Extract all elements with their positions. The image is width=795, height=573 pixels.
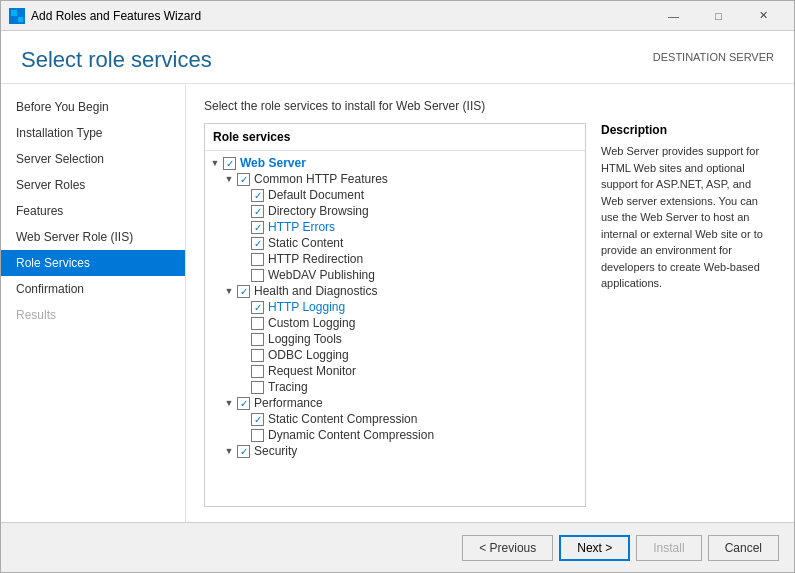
svg-rect-0 [11, 10, 17, 16]
tree-item-http-redirect[interactable]: HTTP Redirection [205, 251, 585, 267]
checkbox-request-monitor[interactable] [251, 365, 264, 378]
sidebar-item-role-services[interactable]: Role Services [1, 250, 185, 276]
checkbox-http-logging[interactable]: ✓ [251, 301, 264, 314]
role-services-header: Role services [205, 124, 585, 151]
tree-item-request-monitor[interactable]: Request Monitor [205, 363, 585, 379]
tree-item-static-content[interactable]: ✓ Static Content [205, 235, 585, 251]
tree-item-performance[interactable]: ▼ ✓ Performance [205, 395, 585, 411]
window-controls: — □ ✕ [651, 1, 786, 31]
page-title: Select role services [21, 47, 212, 73]
checkbox-dynamic-compression[interactable] [251, 429, 264, 442]
svg-rect-3 [18, 17, 23, 22]
label-logging-tools: Logging Tools [268, 332, 342, 346]
title-bar: Add Roles and Features Wizard — □ ✕ [1, 1, 794, 31]
tree-item-http-errors[interactable]: ✓ HTTP Errors [205, 219, 585, 235]
expand-icon-common-http[interactable]: ▼ [223, 173, 235, 185]
expand-icon-security[interactable]: ▼ [223, 445, 235, 457]
label-odbc-logging: ODBC Logging [268, 348, 349, 362]
previous-button[interactable]: < Previous [462, 535, 553, 561]
tree-item-webdav[interactable]: WebDAV Publishing [205, 267, 585, 283]
description-title: Description [601, 123, 776, 137]
checkbox-web-server[interactable]: ✓ [223, 157, 236, 170]
checkbox-performance[interactable]: ✓ [237, 397, 250, 410]
label-static-compression: Static Content Compression [268, 412, 417, 426]
label-http-redirect: HTTP Redirection [268, 252, 363, 266]
checkbox-static-content[interactable]: ✓ [251, 237, 264, 250]
checkbox-custom-logging[interactable] [251, 317, 264, 330]
sidebar-item-before-you-begin[interactable]: Before You Begin [1, 94, 185, 120]
sidebar-item-server-selection[interactable]: Server Selection [1, 146, 185, 172]
sidebar-item-features[interactable]: Features [1, 198, 185, 224]
checkbox-http-errors[interactable]: ✓ [251, 221, 264, 234]
tree-item-odbc-logging[interactable]: ODBC Logging [205, 347, 585, 363]
description-text: Web Server provides support for HTML Web… [601, 143, 776, 292]
label-common-http: Common HTTP Features [254, 172, 388, 186]
label-request-monitor: Request Monitor [268, 364, 356, 378]
checkbox-webdav[interactable] [251, 269, 264, 282]
label-performance: Performance [254, 396, 323, 410]
main-window: Add Roles and Features Wizard — □ ✕ Sele… [0, 0, 795, 573]
tree-item-security[interactable]: ▼ ✓ Security [205, 443, 585, 459]
label-http-logging: HTTP Logging [268, 300, 345, 314]
two-column-area: Role services ▼ ✓ Web Server ▼ [204, 123, 776, 507]
cancel-button[interactable]: Cancel [708, 535, 779, 561]
expand-icon-web-server[interactable]: ▼ [209, 157, 221, 169]
window-title: Add Roles and Features Wizard [31, 9, 651, 23]
minimize-button[interactable]: — [651, 1, 696, 31]
label-default-doc: Default Document [268, 188, 364, 202]
label-tracing: Tracing [268, 380, 308, 394]
svg-rect-1 [18, 10, 23, 15]
role-services-list[interactable]: ▼ ✓ Web Server ▼ ✓ Common HTTP Features [205, 151, 585, 506]
tree-item-health-diag[interactable]: ▼ ✓ Health and Diagnostics [205, 283, 585, 299]
destination-server-label: DESTINATION SERVER [653, 51, 774, 63]
main-area: Before You Begin Installation Type Serve… [1, 84, 794, 522]
install-button[interactable]: Install [636, 535, 701, 561]
maximize-button[interactable]: □ [696, 1, 741, 31]
checkbox-dir-browse[interactable]: ✓ [251, 205, 264, 218]
svg-rect-2 [11, 17, 16, 22]
label-web-server: Web Server [240, 156, 306, 170]
label-security: Security [254, 444, 297, 458]
tree-item-web-server[interactable]: ▼ ✓ Web Server [205, 155, 585, 171]
sidebar-item-results[interactable]: Results [1, 302, 185, 328]
tree-item-http-logging[interactable]: ✓ HTTP Logging [205, 299, 585, 315]
checkbox-health-diag[interactable]: ✓ [237, 285, 250, 298]
label-custom-logging: Custom Logging [268, 316, 355, 330]
label-dynamic-compression: Dynamic Content Compression [268, 428, 434, 442]
expand-icon-health-diag[interactable]: ▼ [223, 285, 235, 297]
instruction-text: Select the role services to install for … [204, 99, 776, 113]
checkbox-logging-tools[interactable] [251, 333, 264, 346]
label-health-diag: Health and Diagnostics [254, 284, 377, 298]
page-header: Select role services DESTINATION SERVER [1, 31, 794, 84]
sidebar-item-server-roles[interactable]: Server Roles [1, 172, 185, 198]
close-button[interactable]: ✕ [741, 1, 786, 31]
sidebar-item-web-server-role[interactable]: Web Server Role (IIS) [1, 224, 185, 250]
tree-item-default-doc[interactable]: ✓ Default Document [205, 187, 585, 203]
expand-icon-performance[interactable]: ▼ [223, 397, 235, 409]
label-http-errors: HTTP Errors [268, 220, 335, 234]
role-services-panel: Role services ▼ ✓ Web Server ▼ [204, 123, 586, 507]
checkbox-http-redirect[interactable] [251, 253, 264, 266]
tree-item-dynamic-compression[interactable]: Dynamic Content Compression [205, 427, 585, 443]
sidebar-item-confirmation[interactable]: Confirmation [1, 276, 185, 302]
footer: < Previous Next > Install Cancel [1, 522, 794, 572]
checkbox-static-compression[interactable]: ✓ [251, 413, 264, 426]
app-icon [9, 8, 25, 24]
sidebar-item-installation-type[interactable]: Installation Type [1, 120, 185, 146]
tree-item-dir-browse[interactable]: ✓ Directory Browsing [205, 203, 585, 219]
checkbox-security[interactable]: ✓ [237, 445, 250, 458]
tree-item-logging-tools[interactable]: Logging Tools [205, 331, 585, 347]
tree-item-common-http[interactable]: ▼ ✓ Common HTTP Features [205, 171, 585, 187]
content-area: Select role services DESTINATION SERVER … [1, 31, 794, 572]
tree-item-tracing[interactable]: Tracing [205, 379, 585, 395]
checkbox-tracing[interactable] [251, 381, 264, 394]
checkbox-default-doc[interactable]: ✓ [251, 189, 264, 202]
tree-item-custom-logging[interactable]: Custom Logging [205, 315, 585, 331]
checkbox-common-http[interactable]: ✓ [237, 173, 250, 186]
label-dir-browse: Directory Browsing [268, 204, 369, 218]
checkbox-odbc-logging[interactable] [251, 349, 264, 362]
sidebar: Before You Begin Installation Type Serve… [1, 84, 186, 522]
tree-item-static-compression[interactable]: ✓ Static Content Compression [205, 411, 585, 427]
next-button[interactable]: Next > [559, 535, 630, 561]
label-static-content: Static Content [268, 236, 343, 250]
